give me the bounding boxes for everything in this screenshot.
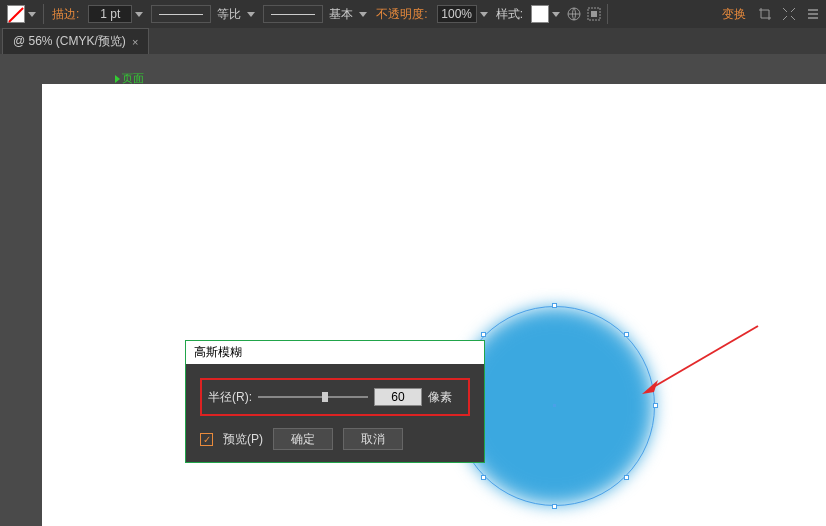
stroke-weight-value: 1 pt (88, 5, 132, 23)
style-label: 样式: (493, 6, 526, 23)
crop-icon[interactable] (756, 5, 774, 23)
profile-label: 基本 (326, 6, 356, 23)
slider-thumb-icon[interactable] (322, 392, 328, 402)
chevron-down-icon (480, 12, 488, 17)
chevron-down-icon (135, 12, 143, 17)
chevron-down-icon (28, 12, 36, 17)
svg-rect-2 (591, 11, 597, 17)
page-tag[interactable]: 页面 (115, 71, 144, 86)
radius-row: 半径(R): 60 像素 (200, 378, 470, 416)
options-toolbar: 描边: 1 pt 等比 基本 不透明度: 100% 样式: 变换 (0, 0, 826, 28)
opacity-value: 100% (437, 5, 477, 23)
radius-slider[interactable] (258, 390, 368, 404)
stroke-line-preview (151, 5, 211, 23)
transform-label[interactable]: 变换 (718, 6, 750, 23)
cancel-button[interactable]: 取消 (343, 428, 403, 450)
ok-button[interactable]: 确定 (273, 428, 333, 450)
radius-unit: 像素 (428, 389, 452, 406)
dialog-title[interactable]: 高斯模糊 (186, 341, 484, 364)
style-swatch-dropdown[interactable] (528, 5, 563, 23)
stroke-profile-preview (263, 5, 323, 23)
document-tabbar: @ 56% (CMYK/预览) × (0, 28, 826, 54)
gaussian-blur-dialog: 高斯模糊 半径(R): 60 像素 ✓ 预览(P) 确定 取消 (185, 340, 485, 463)
stroke-weight-dropdown[interactable]: 1 pt (85, 5, 146, 23)
fill-swatch-dropdown[interactable] (4, 5, 39, 23)
opacity-label: 不透明度: (372, 6, 431, 23)
style-swatch-icon (531, 5, 549, 23)
chevron-down-icon (247, 12, 255, 17)
document-tab[interactable]: @ 56% (CMYK/预览) × (2, 28, 149, 54)
stroke-profile-dropdown[interactable]: 基本 (260, 5, 370, 23)
dash-label: 等比 (214, 6, 244, 23)
close-icon[interactable]: × (132, 36, 138, 48)
fill-none-icon (7, 5, 25, 23)
tab-title: @ 56% (CMYK/预览) (13, 33, 126, 50)
dash-type-dropdown[interactable]: 等比 (148, 5, 258, 23)
triangle-icon (115, 75, 120, 83)
opacity-dropdown[interactable]: 100% (434, 5, 491, 23)
preview-label: 预览(P) (223, 431, 263, 448)
preview-checkbox[interactable]: ✓ (200, 433, 213, 446)
chevron-down-icon (359, 12, 367, 17)
stroke-label: 描边: (48, 6, 83, 23)
radius-label: 半径(R): (208, 389, 252, 406)
chevron-down-icon (552, 12, 560, 17)
expand-icon[interactable] (780, 5, 798, 23)
workspace: 页面 高斯模糊 半径(R): 60 像素 (0, 54, 826, 526)
radius-input[interactable]: 60 (374, 388, 422, 406)
align-icon[interactable] (585, 5, 603, 23)
menu-icon[interactable] (804, 5, 822, 23)
globe-icon[interactable] (565, 5, 583, 23)
page-tag-label: 页面 (122, 71, 144, 86)
